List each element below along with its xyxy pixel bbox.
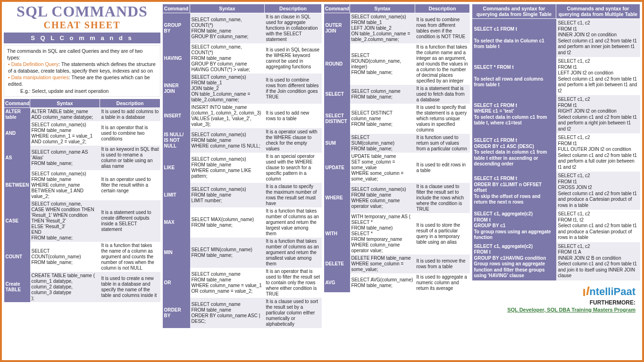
cell-syntax: SELECT column_name(s) FROM table_name LI… [190, 183, 265, 207]
cell-syntax: WITH temporary_name AS ( SELECT * FROM t… [350, 213, 415, 255]
cell-description: It is a function that takes the name of … [100, 242, 160, 272]
cell-command: WITH [324, 213, 350, 255]
cell-single-table: SELECT c1 FROM t ORDER BY c1LIMIT n OFFS… [472, 172, 556, 210]
commands-table-3: Command Syntax Description OUTER JOINSEL… [324, 4, 470, 292]
table-row: WHERESELECT column_name(s) FROM table_na… [324, 183, 470, 213]
th-command: Command [163, 4, 190, 13]
cell-multi-table: SELECT c1, c2 FROM t1 INNER JOIN t2 on c… [556, 19, 640, 58]
cell-syntax: SELECT column_name, COUNT(*) FROM table_… [190, 43, 265, 74]
cell-description: It is an operator that is used to combin… [100, 121, 160, 146]
table-row: Create TABLECREATE TABLE table_name ( co… [4, 272, 160, 302]
commands-table-2: Command Syntax Description GROUP BYSELEC… [162, 4, 322, 328]
cell-description: It is an keyword in SQL that is used to … [100, 146, 160, 170]
cell-syntax: SELECT column_name(s) FROM table_name WH… [30, 121, 100, 146]
cell-single-table: SELECT c1 FROM t WHERE c1 = 'test' To se… [472, 95, 556, 133]
table-row: ANDSELECT column_name(s) FROM table_name… [4, 121, 160, 146]
table-row: SELECT c1, aggregate(c2) FROM t GROUP BY… [472, 242, 640, 280]
th-syntax: Syntax [190, 4, 265, 13]
table-row: WITHWITH temporary_name AS ( SELECT * FR… [324, 213, 470, 255]
cell-single-table: SELECT c1, aggregate(c2) FROM t GROUP BY… [472, 210, 556, 242]
cell-description: It is used to aggregate a numeric column… [415, 273, 470, 292]
cell-multi-table: SELECT c1, c2 FROM t1 LEFT JOIN t2 on co… [556, 57, 640, 95]
cell-syntax: SELECT COUNT(column_name) FROM table_nam… [30, 242, 100, 272]
intro-bullet-2: Data manipulation queries: These are the… [8, 74, 157, 87]
table-row: SELECT c1 FROM t ORDER BY c1LIMIT n OFFS… [472, 172, 640, 210]
cell-command: AVG [324, 273, 350, 292]
cell-description: It is used in SQL because the WHERE keyw… [265, 43, 322, 74]
cell-description: It is a statement used to create differe… [100, 200, 160, 242]
table-row: IS NULL/ IS NOT NULLSELECT column_name(s… [163, 128, 322, 153]
cell-syntax: SELECT column_name FROM table_name WHERE… [190, 268, 265, 298]
cell-description: It is a clause used to filter the result… [415, 183, 470, 213]
table-row: SELECT c1 FROM t WHERE c1 = 'test' To se… [472, 95, 640, 133]
table-row: OUTER JOINSELECT column_name(s) FROM tab… [324, 13, 470, 44]
cell-syntax: SELECT column_name, CASE WHEN condition … [30, 200, 100, 242]
cell-syntax: SELECT column_name AS 'Alias' FROM table… [30, 146, 100, 170]
cell-description: It is a function that takes number of co… [265, 207, 322, 238]
cell-command: ROUND [324, 43, 350, 85]
cell-syntax: CREATE TABLE table_name ( column_1 datat… [30, 272, 100, 302]
table-row: AVGSELECT AVG(column_name) FROM table_na… [324, 273, 470, 292]
cell-command: ORDER BY [163, 298, 190, 328]
cell-syntax: SELECT column_name(s) FROM table_name WH… [30, 170, 100, 200]
table-row: ORSELECT column_name FROM table_name WHE… [163, 268, 322, 298]
table-row: HAVINGSELECT column_name, COUNT(*) FROM … [163, 43, 322, 74]
cell-command: SELECT DISTINCT [324, 104, 350, 134]
th-syntax: Syntax [30, 99, 100, 107]
th-command: Command [4, 99, 30, 107]
cell-description: It is sued to combine rows from differen… [415, 13, 470, 44]
cell-single-table: SELECT c1 FROM t To select the data in C… [472, 19, 556, 58]
th-syntax: Syntax [350, 4, 415, 13]
section-banner: S Q L C o m m a n d s [4, 33, 160, 43]
brand-logo: ıIntelliPaat [582, 286, 636, 297]
cell-multi-table: SELECT c1, c2 FROM t1, t2 Select column … [556, 210, 640, 242]
table-row: SELECT c1 FROM t ORDER BY c1 ASC (DESC) … [472, 133, 640, 172]
cell-syntax: SELECT column_name(s) FROM table_name WH… [350, 183, 415, 213]
training-link[interactable]: SQL Developer, SQL DBA Training Masters … [472, 307, 636, 313]
th-description: Description [415, 4, 470, 13]
cell-command: WHERE [324, 183, 350, 213]
cell-syntax: SELECT DISTINCT column_name FROM table_n… [350, 104, 415, 134]
cell-multi-table: SELECT c1, c2 FROM t1 FULL OUTER JOIN t2… [556, 133, 640, 172]
th-multi-table: Commands and syntax for querying data fr… [556, 4, 640, 19]
th-description: Description [100, 99, 160, 107]
cell-command: INNER JOIN [163, 74, 190, 104]
cell-description: It is used to remove the rows from a tab… [415, 255, 470, 273]
title-main: SQL COMMANDS [4, 4, 160, 20]
cell-syntax: DELETE FROM table_name WHERE some_column… [350, 255, 415, 273]
cell-command: HAVING [163, 43, 190, 74]
cell-syntax: UPDATE table_name SET some_column = some… [350, 153, 415, 183]
cell-command: AND [4, 121, 30, 146]
cell-syntax: SELECT column_name FROM table_name ORDER… [190, 298, 265, 328]
cell-description: It is used to edit rows in a table [415, 153, 470, 183]
th-single-table: Commands and syntax for querying data fr… [472, 4, 556, 19]
intro-lead: The commands in SQL are called Queries a… [7, 48, 157, 61]
cell-description: It is used to specify that the statement… [415, 104, 470, 134]
cell-single-table: SELECT * FROM t To select all rows and c… [472, 57, 556, 95]
cell-command: OR [163, 268, 190, 298]
title-sub: CHEAT SHEET [4, 20, 160, 31]
cell-command: AS [4, 146, 30, 170]
cell-command: Create TABLE [4, 272, 30, 302]
table-row: ORDER BYSELECT column_name FROM table_na… [163, 298, 322, 328]
table-row: SUMSELECT SUM(column_name) FROM table_na… [324, 134, 470, 153]
table-row: SELECT DISTINCTSELECT DISTINCT column_na… [324, 104, 470, 134]
table-row: SELECT * FROM t To select all rows and c… [472, 57, 640, 95]
query-table-single-multi: Commands and syntax for querying data fr… [472, 4, 640, 280]
cell-command: GROUP BY [163, 13, 190, 44]
cell-multi-table: SELECT c1, c2 FROM t1 A INNER JOIN t2 B … [556, 242, 640, 280]
table-row: MAXSELECT MAX(column_name) FROM table_na… [163, 207, 322, 238]
cell-syntax: SELECT column_name, COUNT(*) FROM table_… [190, 13, 265, 44]
cell-syntax: SELECT column_name(s) FROM table_1 JOIN … [190, 74, 265, 104]
cell-syntax: SELECT MIN(column_name) FROM table_name; [190, 238, 265, 268]
title-block: SQL COMMANDS CHEAT SHEET [4, 4, 160, 33]
cell-command: IS NULL/ IS NOT NULL [163, 128, 190, 153]
cell-multi-table: SELECT c1, c2 FROM t1 CROSS JOIN t2 Sele… [556, 172, 640, 210]
cell-command: MIN [163, 238, 190, 268]
table-row: LIMITSELECT column_name(s) FROM table_na… [163, 183, 322, 207]
cell-description: It is a function that takes the column n… [415, 43, 470, 85]
table-row: ALTER tableALTER TABLE table_name ADD co… [4, 107, 160, 121]
cell-description: It is a operator used with the WHERE cla… [265, 128, 322, 153]
intro-bullet-1: Data Definition Query: The statements wh… [8, 61, 157, 74]
cell-command: DELETE [324, 255, 350, 273]
